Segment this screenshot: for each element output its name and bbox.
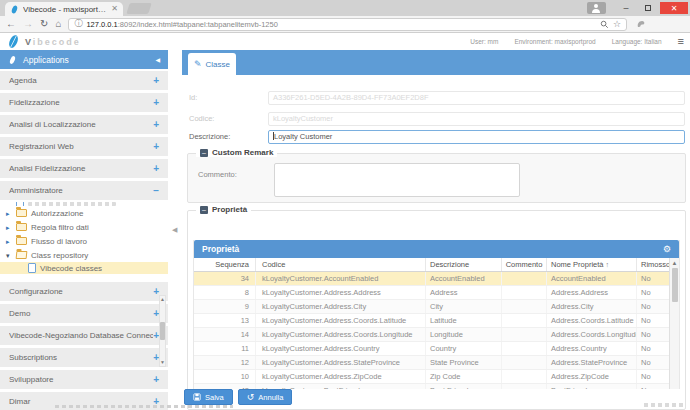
- folder-icon: [16, 209, 27, 217]
- grid-column-headers: Sequenza Codice Descrizione Commento Nom…: [194, 258, 679, 272]
- scrollbar-thumb[interactable]: [672, 268, 678, 302]
- search-icon[interactable]: [600, 20, 609, 29]
- expand-icon[interactable]: +: [153, 164, 159, 174]
- chevron-right-icon[interactable]: ▸: [6, 238, 12, 245]
- sidebar-item-label: Sviluppatore: [9, 375, 153, 384]
- tree-item-label: Flusso di lavoro: [31, 237, 87, 246]
- scroll-up-icon[interactable]: ▲: [160, 297, 165, 302]
- table-row[interactable]: 14 kLoyaltyCustomer.Address.Coords.Longi…: [194, 328, 679, 342]
- user-label: User: mm: [470, 38, 498, 45]
- expand-icon[interactable]: +: [153, 142, 159, 152]
- scroll-up-icon[interactable]: ▲: [672, 260, 678, 266]
- clipped-text: [28, 202, 116, 206]
- sidebar-item-analisi-fidelizzazione[interactable]: Analisi Fidelizzazione +: [0, 159, 168, 178]
- sidebar-item-agenda[interactable]: Agenda +: [0, 71, 168, 90]
- chevron-right-icon[interactable]: ▸: [6, 210, 12, 217]
- header-status: User: mm Environment: maxisportprod Lang…: [470, 36, 684, 47]
- column-header-nome-proprieta[interactable]: Nome Proprietà↑: [547, 258, 637, 271]
- column-header-codice[interactable]: Codice: [256, 258, 426, 271]
- sidebar-item-label: Agenda: [9, 76, 153, 85]
- sidebar-item-vibecode-negoziando-database-connector[interactable]: Vibecode-Negoziando Database Connector +: [0, 326, 168, 345]
- scrollbar-thumb[interactable]: [160, 322, 165, 340]
- window-maximize-button[interactable]: [638, 2, 658, 14]
- tab-bar: [182, 50, 690, 75]
- address-bar[interactable]: ⓘ 127.0.0.1:8092/index.html#tabpanel:tab…: [68, 18, 627, 31]
- new-tab-button[interactable]: [126, 3, 152, 14]
- commento-textarea[interactable]: [274, 163, 520, 197]
- column-header-sequenza[interactable]: Sequenza: [194, 258, 256, 271]
- proprieta-legend[interactable]: – Proprietà: [196, 205, 251, 214]
- table-row[interactable]: 34 kLoyaltyCustomer.AccountEnabled Accou…: [194, 272, 679, 286]
- cell-codice: kLoyaltyCustomer.Address.Coords.Latitude: [256, 314, 426, 327]
- sidebar-item-registrazioni-web[interactable]: Registrazioni Web +: [0, 137, 168, 156]
- sort-asc-icon: ↑: [606, 261, 610, 268]
- sidebar-item-fidelizzazione[interactable]: Fidelizzazione +: [0, 93, 168, 112]
- table-row[interactable]: 10 kLoyaltyCustomer.Address.ZipCode Zip …: [194, 370, 679, 384]
- sidebar-item-sviluppatore[interactable]: Sviluppatore +: [0, 370, 168, 389]
- sidebar-splitter[interactable]: ◀: [168, 50, 182, 410]
- browser-tab[interactable]: Vibecode - maxisportpro ✕: [5, 2, 123, 16]
- table-row[interactable]: 11 kLoyaltyCustomer.Address.Country Coun…: [194, 342, 679, 356]
- pencil-icon: ✎: [194, 60, 202, 69]
- tab-classe-label: Classe: [206, 60, 230, 69]
- column-header-commento[interactable]: Commento: [502, 258, 547, 271]
- expand-icon[interactable]: +: [153, 120, 159, 130]
- expand-icon[interactable]: +: [153, 98, 159, 108]
- expand-icon[interactable]: +: [153, 375, 159, 385]
- expand-icon[interactable]: +: [153, 76, 159, 86]
- sidebar-item-subscriptions[interactable]: Subscriptions +: [0, 348, 168, 367]
- cell-codice: kLoyaltyCustomer.Address.Coords.Longitud…: [256, 328, 426, 341]
- column-header-descrizione[interactable]: Descrizione: [426, 258, 502, 271]
- forward-button[interactable]: →: [23, 19, 33, 29]
- grid-scrollbar[interactable]: ▲: [669, 258, 679, 389]
- scroll-down-icon[interactable]: ▼: [160, 360, 165, 365]
- table-row[interactable]: 13 kLoyaltyCustomer.Address.Coords.Latit…: [194, 314, 679, 328]
- collapse-icon[interactable]: −: [153, 186, 159, 196]
- descrizione-field[interactable]: Loyalty Customer: [268, 130, 685, 144]
- cell-commento: [502, 272, 547, 285]
- cell-codice: kLoyaltyCustomer.Address.City: [256, 300, 426, 313]
- tree-item-autorizzazione[interactable]: ▸ Autorizzazione: [0, 206, 168, 220]
- sidebar-item-analisi-di-localizzazione[interactable]: Analisi di Localizzazione +: [0, 115, 168, 134]
- sidebar-item-configurazione[interactable]: Configurazione +: [0, 282, 168, 301]
- tree-item-vibecode-classes[interactable]: Vibecode classes: [0, 262, 168, 274]
- tab-close-icon[interactable]: ✕: [111, 5, 118, 13]
- page-info-icon[interactable]: ⓘ: [74, 20, 82, 28]
- hamburger-menu-icon[interactable]: ≡: [678, 36, 684, 47]
- codice-label: Codice:: [189, 112, 214, 126]
- cancel-button[interactable]: ↺ Annulla: [238, 389, 293, 405]
- cell-nome-proprieta: Address.Address: [547, 286, 637, 299]
- save-button[interactable]: Salva: [184, 389, 233, 405]
- bookmark-star-icon[interactable]: ☆: [613, 20, 621, 29]
- profile-person-icon[interactable]: [587, 2, 606, 14]
- back-button[interactable]: ←: [6, 19, 16, 29]
- chevron-right-icon[interactable]: ▸: [6, 224, 12, 231]
- cell-nome-proprieta: Address.Country: [547, 342, 637, 355]
- splitter-collapse-icon[interactable]: ◀: [172, 226, 177, 233]
- extension-icon[interactable]: [636, 19, 646, 29]
- home-button[interactable]: ⌂: [55, 19, 61, 29]
- gear-icon[interactable]: ⚙: [663, 245, 671, 254]
- tab-classe[interactable]: ✎ Classe: [188, 53, 236, 75]
- window-minimize-button[interactable]: –: [616, 2, 636, 14]
- reload-button[interactable]: ↻: [40, 19, 48, 29]
- tree-item-flusso-di-lavoro[interactable]: ▸ Flusso di lavoro: [0, 234, 168, 248]
- chevron-down-icon[interactable]: ▾: [6, 252, 12, 259]
- table-row[interactable]: 9 kLoyaltyCustomer.Address.City City Add…: [194, 300, 679, 314]
- collapse-fieldset-icon[interactable]: –: [200, 149, 208, 157]
- tree-scrollbar[interactable]: ▲ ▼: [159, 295, 166, 367]
- tree-item-regola-filtro-dati[interactable]: ▸ Regola filtro dati: [0, 220, 168, 234]
- folder-icon: [16, 223, 27, 231]
- proprieta-fieldset: – Proprietà Proprietà ⚙ Sequenza Codice …: [187, 210, 686, 410]
- applications-header[interactable]: Applications ◀: [0, 50, 168, 69]
- sidebar-collapse-icon[interactable]: ◀: [155, 57, 160, 63]
- custom-remark-legend[interactable]: – Custom Remark: [196, 148, 277, 157]
- collapse-fieldset-icon[interactable]: –: [200, 206, 208, 214]
- sidebar-item-demo[interactable]: Demo +: [0, 304, 168, 323]
- tree-item-class-repository[interactable]: ▾ Class repository: [0, 248, 168, 262]
- sidebar-item-amministratore[interactable]: Amministratore −: [0, 181, 168, 200]
- applications-title: Applications: [23, 55, 149, 65]
- window-close-button[interactable]: ✕: [660, 2, 688, 14]
- table-row[interactable]: 12 kLoyaltyCustomer.Address.StateProvinc…: [194, 356, 679, 370]
- table-row[interactable]: 8 kLoyaltyCustomer.Address.Address Addre…: [194, 286, 679, 300]
